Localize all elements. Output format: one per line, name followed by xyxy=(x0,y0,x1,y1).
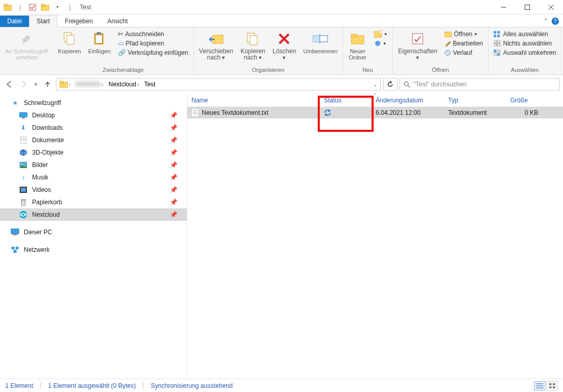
address-dropdown-icon[interactable]: ⌄ xyxy=(373,82,379,87)
folder-icon xyxy=(60,81,68,88)
paste-link-button[interactable]: 🔗Verknüpfung einfügen xyxy=(115,48,191,57)
group-new-label: Neu xyxy=(345,66,390,73)
sidebar-music[interactable]: ♪Musik📌 xyxy=(0,171,187,184)
svg-rect-27 xyxy=(412,34,423,44)
search-icon xyxy=(403,81,410,88)
properties-icon xyxy=(409,31,426,47)
svg-rect-55 xyxy=(21,199,26,200)
svg-rect-61 xyxy=(13,234,17,235)
maximize-button[interactable] xyxy=(515,0,539,14)
folder-qat-icon[interactable] xyxy=(39,2,51,13)
col-size[interactable]: Größe xyxy=(506,94,542,107)
forward-button[interactable] xyxy=(18,78,30,91)
sidebar-nextcloud[interactable]: Nextcloud📌 xyxy=(0,208,187,221)
collapse-ribbon-icon[interactable]: ⌃ xyxy=(543,18,549,25)
sidebar-videos[interactable]: Videos📌 xyxy=(0,184,187,196)
table-row[interactable]: Neues Textdokument.txt 6.04.2021 12:00 T… xyxy=(187,107,563,118)
nav-pane: ★Schnellzugriff Desktop📌 ⬇Downloads📌 Dok… xyxy=(0,94,187,379)
svg-rect-54 xyxy=(21,188,26,192)
up-button[interactable] xyxy=(41,78,54,91)
edit-icon xyxy=(445,40,451,47)
svg-rect-6 xyxy=(525,5,530,9)
minimize-button[interactable] xyxy=(492,0,515,14)
breadcrumb[interactable]: › XXXXXX› Nextcloud› Test ⌄ xyxy=(56,78,381,91)
details-view-button[interactable] xyxy=(534,381,545,390)
breadcrumb-test[interactable]: Test xyxy=(142,81,157,88)
svg-rect-41 xyxy=(497,53,500,56)
move-to-button[interactable]: Verschieben nach ▾ xyxy=(196,28,236,61)
select-all-button[interactable]: Alles auswählen xyxy=(491,29,559,39)
group-open-label: Öffnen xyxy=(395,66,486,73)
refresh-button[interactable] xyxy=(383,78,397,91)
close-button[interactable] xyxy=(539,0,563,14)
qat-separator: | xyxy=(14,2,26,13)
breadcrumb-nextcloud[interactable]: Nextcloud› xyxy=(107,81,141,88)
svg-rect-1 xyxy=(4,4,7,6)
col-type[interactable]: Typ xyxy=(444,94,506,107)
rename-button[interactable]: Umbenennen xyxy=(300,28,340,54)
tab-start[interactable]: Start xyxy=(29,15,57,27)
ribbon: An Schnellzugriff anheften Kopieren Einf… xyxy=(0,27,563,75)
copy-path-button[interactable]: ▭Pfad kopieren xyxy=(115,39,191,48)
file-name-cell: Neues Textdokument.txt xyxy=(187,109,320,117)
cut-button[interactable]: ✄Ausschneiden xyxy=(115,29,191,39)
svg-point-56 xyxy=(20,211,27,218)
easy-access-icon xyxy=(374,40,381,47)
new-item-button[interactable]: ▾ xyxy=(371,29,390,39)
copy-button[interactable]: Kopieren xyxy=(55,28,84,54)
tab-file[interactable]: Datei xyxy=(0,16,29,27)
text-file-icon xyxy=(191,109,199,117)
sidebar-documents[interactable]: Dokumente📌 xyxy=(0,134,187,146)
rename-icon xyxy=(312,31,329,47)
file-list: ⌃ Name Status Änderungsdatum Typ Größe N… xyxy=(187,94,563,379)
svg-rect-38 xyxy=(494,50,496,52)
file-type-cell: Textdokument xyxy=(444,109,506,116)
breadcrumb-redacted: XXXXXX xyxy=(76,81,100,88)
file-date-cell: 6.04.2021 12:00 xyxy=(372,109,444,116)
properties-qat-icon[interactable] xyxy=(27,2,38,13)
paste-button[interactable]: Einfügen xyxy=(85,28,113,54)
easy-access-button[interactable]: ▾ xyxy=(371,39,390,48)
icons-view-button[interactable] xyxy=(546,381,558,390)
edit-button[interactable]: Bearbeiten xyxy=(441,39,486,48)
svg-rect-4 xyxy=(41,4,45,6)
pin-quickaccess-button[interactable]: An Schnellzugriff anheften xyxy=(2,28,51,61)
copy-to-button[interactable]: Kopieren nach ▾ xyxy=(238,28,269,61)
properties-button[interactable]: Eigenschaften▾ xyxy=(395,28,440,61)
sidebar-3d-objects[interactable]: 3D-Objekte📌 xyxy=(0,146,187,159)
svg-rect-16 xyxy=(250,36,257,45)
sidebar-this-pc[interactable]: Dieser PC xyxy=(0,226,187,238)
col-status[interactable]: Status xyxy=(320,94,372,107)
qat-dropdown-icon[interactable]: ▾ xyxy=(52,2,63,13)
history-icon xyxy=(445,50,451,56)
select-none-button[interactable]: Nichts auswählen xyxy=(491,39,559,48)
svg-rect-40 xyxy=(494,53,496,56)
help-icon[interactable]: ? xyxy=(552,18,559,25)
trash-icon xyxy=(19,198,28,206)
quick-access[interactable]: ★Schnellzugriff xyxy=(0,97,187,109)
search-input[interactable]: "Test" durchsuchen xyxy=(399,78,560,91)
delete-button[interactable]: Löschen▾ xyxy=(270,28,299,61)
history-button[interactable]: Verlauf xyxy=(441,48,486,57)
delete-icon xyxy=(276,31,292,47)
tab-view[interactable]: Ansicht xyxy=(100,16,135,27)
sidebar-network[interactable]: Netzwerk xyxy=(0,244,187,256)
col-name[interactable]: Name xyxy=(187,94,320,107)
sidebar-pictures[interactable]: Bilder📌 xyxy=(0,159,187,171)
group-clipboard-label: Zwischenablage xyxy=(55,66,191,73)
col-date[interactable]: Änderungsdatum xyxy=(372,94,444,107)
back-button[interactable] xyxy=(3,78,16,91)
svg-rect-72 xyxy=(549,383,552,385)
sidebar-trash[interactable]: Papierkorb📌 xyxy=(0,196,187,208)
sidebar-downloads[interactable]: ⬇Downloads📌 xyxy=(0,122,187,134)
tab-share[interactable]: Freigeben xyxy=(57,16,100,27)
new-folder-button[interactable]: Neuer Ordner xyxy=(345,28,370,61)
paste-icon xyxy=(91,31,108,47)
recent-dropdown-icon[interactable]: ▾ xyxy=(32,78,39,91)
file-size-cell: 0 KB xyxy=(506,109,542,116)
invert-selection-button[interactable]: Auswahl umkehren xyxy=(491,48,559,57)
open-button[interactable]: Öffnen ▾ xyxy=(441,29,486,39)
window-buttons xyxy=(492,0,563,14)
sidebar-desktop[interactable]: Desktop📌 xyxy=(0,109,187,122)
svg-rect-10 xyxy=(67,35,74,44)
